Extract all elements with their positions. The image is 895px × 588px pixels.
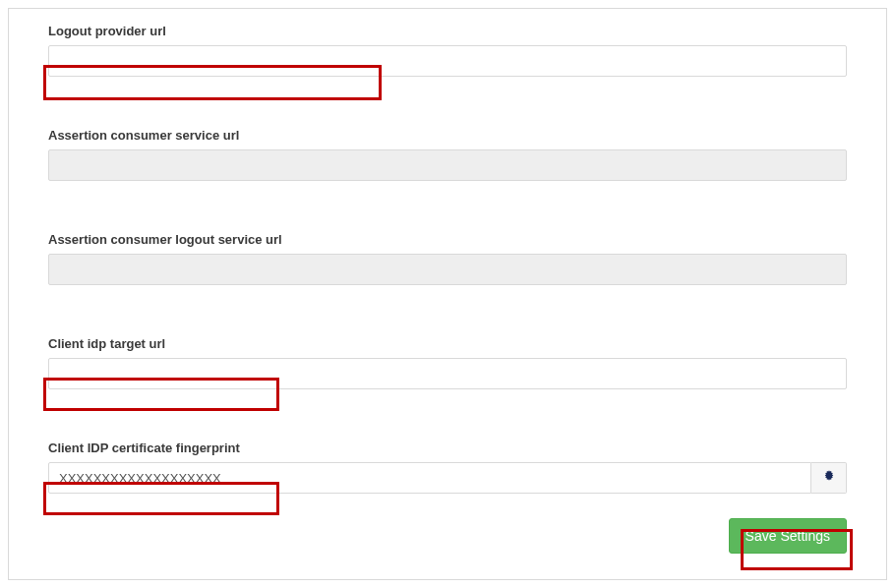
logout-provider-url-input[interactable]	[48, 45, 847, 77]
save-settings-button[interactable]: Save Settings	[729, 518, 847, 554]
client-idp-target-url-input[interactable]	[48, 358, 847, 389]
label-logout-provider: Logout provider url	[48, 24, 847, 38]
label-acs: Assertion consumer service url	[48, 128, 847, 143]
label-idp-target: Client idp target url	[48, 336, 847, 351]
label-idp-fingerprint: Client IDP certificate fingerprint	[48, 441, 847, 455]
assertion-consumer-service-url-input	[48, 149, 847, 181]
client-idp-certificate-fingerprint-input[interactable]	[48, 462, 811, 494]
label-acs-logout: Assertion consumer logout service url	[48, 232, 847, 247]
gear-icon	[822, 469, 836, 487]
input-wrap	[48, 462, 847, 494]
field-logout-provider: Logout provider url	[48, 24, 847, 77]
field-idp-fingerprint: Client IDP certificate fingerprint	[48, 441, 847, 494]
field-acs-logout: Assertion consumer logout service url	[48, 232, 847, 285]
button-row: Save Settings	[48, 518, 847, 554]
field-acs: Assertion consumer service url	[48, 128, 847, 181]
settings-panel: Logout provider url Assertion consumer s…	[8, 8, 887, 580]
input-wrap	[48, 45, 847, 77]
fingerprint-addon[interactable]	[811, 462, 847, 494]
assertion-consumer-logout-service-url-input	[48, 254, 847, 285]
fingerprint-input-group	[48, 462, 847, 494]
input-wrap	[48, 358, 847, 389]
field-idp-target: Client idp target url	[48, 336, 847, 389]
